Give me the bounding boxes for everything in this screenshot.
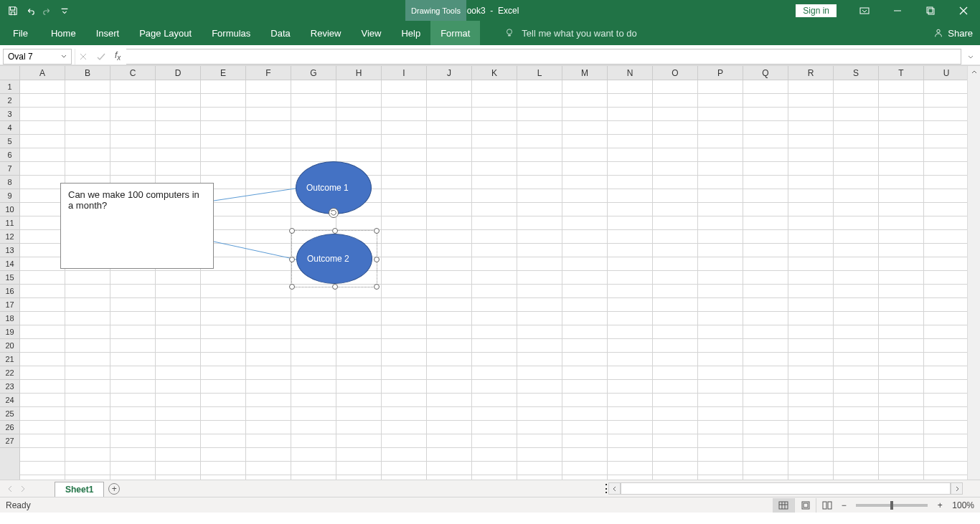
new-sheet-button[interactable]: + [104, 480, 124, 497]
view-normal-button[interactable] [773, 498, 794, 513]
col-header-G[interactable]: G [291, 66, 336, 80]
zoom-level[interactable]: 100% [952, 500, 974, 510]
sign-in-button[interactable]: Sign in [796, 4, 837, 17]
tab-insert[interactable]: Insert [86, 21, 130, 45]
row-header-16[interactable]: 16 [0, 285, 19, 298]
column-headers[interactable]: ABCDEFGHIJKLMNOPQRSTU [20, 66, 967, 80]
zoom-out-button[interactable]: − [837, 500, 850, 510]
qat-customize-icon[interactable] [56, 2, 73, 19]
shape-textbox[interactable]: Can we make 100 computers in a month? [60, 183, 214, 269]
rotation-handle-icon[interactable] [329, 208, 339, 218]
name-box[interactable]: Oval 7 [3, 49, 72, 65]
resize-handle-se[interactable] [374, 284, 380, 290]
zoom-slider[interactable] [856, 504, 928, 507]
ribbon-options-button[interactable] [848, 0, 881, 21]
formula-input[interactable] [126, 49, 961, 65]
fx-icon[interactable]: fx [112, 50, 123, 62]
col-header-R[interactable]: R [788, 66, 834, 80]
row-header-27[interactable]: 27 [0, 434, 19, 448]
view-page-break-button[interactable] [816, 498, 837, 513]
vertical-scrollbar[interactable] [967, 66, 980, 480]
row-header-7[interactable]: 7 [0, 162, 19, 176]
col-header-S[interactable]: S [834, 66, 879, 80]
col-header-D[interactable]: D [156, 66, 201, 80]
tab-formulas[interactable]: Formulas [202, 21, 260, 45]
col-header-N[interactable]: N [608, 66, 653, 80]
col-header-H[interactable]: H [336, 66, 382, 80]
tab-view[interactable]: View [351, 21, 391, 45]
row-header-18[interactable]: 18 [0, 312, 19, 325]
col-header-T[interactable]: T [879, 66, 924, 80]
row-header-15[interactable]: 15 [0, 271, 19, 285]
tab-help[interactable]: Help [391, 21, 430, 45]
col-header-C[interactable]: C [110, 66, 156, 80]
row-header-22[interactable]: 22 [0, 366, 19, 380]
zoom-in-button[interactable]: + [933, 500, 946, 510]
col-header-I[interactable]: I [382, 66, 427, 80]
sheet-nav-prev[interactable] [4, 482, 16, 496]
row-header-1[interactable]: 1 [0, 80, 19, 94]
tab-page-layout[interactable]: Page Layout [129, 21, 202, 45]
row-header-25[interactable]: 25 [0, 407, 19, 421]
tab-file[interactable]: File [0, 21, 41, 45]
save-button[interactable] [4, 2, 22, 19]
sheet-nav-next[interactable] [17, 482, 29, 496]
resize-handle-w[interactable] [289, 257, 295, 262]
col-header-A[interactable]: A [20, 66, 65, 80]
row-header-14[interactable]: 14 [0, 257, 19, 271]
resize-handle-e[interactable] [374, 257, 380, 262]
row-header-12[interactable]: 12 [0, 230, 19, 244]
resize-handle-n[interactable] [332, 228, 338, 234]
formula-cancel-button[interactable] [75, 49, 90, 65]
row-header-19[interactable]: 19 [0, 325, 19, 339]
row-header-23[interactable]: 23 [0, 380, 19, 394]
tab-format[interactable]: Format [430, 21, 480, 45]
scroll-right-icon[interactable] [951, 482, 963, 495]
scroll-left-icon[interactable] [608, 482, 621, 495]
share-button[interactable]: Share [933, 21, 973, 45]
col-header-J[interactable]: J [427, 66, 472, 80]
close-button[interactable] [947, 0, 980, 21]
row-header-26[interactable]: 26 [0, 421, 19, 434]
row-header-9[interactable]: 9 [0, 189, 19, 203]
col-header-B[interactable]: B [65, 66, 110, 80]
row-header-10[interactable]: 10 [0, 203, 19, 216]
resize-handle-ne[interactable] [374, 228, 380, 234]
col-header-K[interactable]: K [472, 66, 517, 80]
row-header-3[interactable]: 3 [0, 108, 19, 121]
tab-home[interactable]: Home [41, 21, 86, 45]
minimize-button[interactable] [881, 0, 914, 21]
col-header-Q[interactable]: Q [743, 66, 788, 80]
col-header-M[interactable]: M [562, 66, 608, 80]
scroll-up-icon[interactable] [968, 66, 980, 79]
row-header-24[interactable]: 24 [0, 394, 19, 407]
tab-review[interactable]: Review [301, 21, 352, 45]
col-header-L[interactable]: L [517, 66, 562, 80]
cells-area[interactable]: Can we make 100 computers in a month? Ou… [20, 80, 967, 480]
tell-me-search[interactable]: Tell me what you want to do [494, 21, 646, 45]
row-header-5[interactable]: 5 [0, 135, 19, 148]
col-header-U[interactable]: U [924, 66, 969, 80]
undo-button[interactable] [22, 2, 39, 19]
resize-handle-sw[interactable] [289, 284, 295, 290]
worksheet-grid[interactable]: ABCDEFGHIJKLMNOPQRSTU 123456789101112131… [0, 65, 980, 480]
row-headers[interactable]: 1234567891011121314151617181920212223242… [0, 80, 20, 480]
col-header-P[interactable]: P [698, 66, 743, 80]
row-header-20[interactable]: 20 [0, 339, 19, 353]
row-header-4[interactable]: 4 [0, 121, 19, 135]
view-page-layout-button[interactable] [794, 498, 816, 513]
formula-expand-button[interactable] [964, 53, 977, 60]
row-header-11[interactable]: 11 [0, 216, 19, 230]
resize-handle-s[interactable] [332, 284, 338, 290]
row-header-17[interactable]: 17 [0, 298, 19, 312]
col-header-F[interactable]: F [246, 66, 291, 80]
row-header-13[interactable]: 13 [0, 244, 19, 257]
horizontal-scrollbar[interactable]: ⋮ [604, 482, 963, 495]
resize-handle-nw[interactable] [289, 228, 295, 234]
tab-data[interactable]: Data [260, 21, 300, 45]
col-header-O[interactable]: O [653, 66, 698, 80]
maximize-button[interactable] [914, 0, 947, 21]
namebox-dropdown-icon[interactable] [58, 51, 70, 62]
formula-enter-button[interactable] [93, 49, 109, 65]
row-header-2[interactable]: 2 [0, 94, 19, 108]
